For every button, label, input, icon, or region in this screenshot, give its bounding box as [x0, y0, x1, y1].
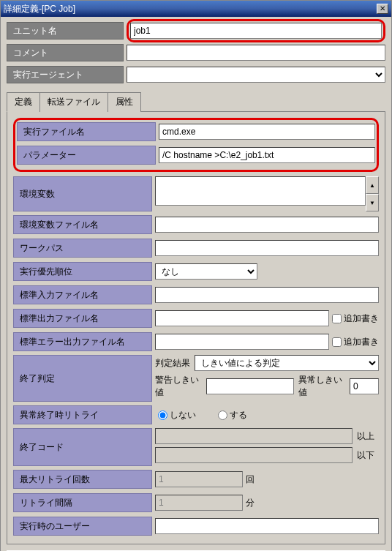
label-comment: コメント: [7, 44, 124, 61]
label-end-judge: 終了判定: [13, 355, 152, 402]
exit-code-from-input: [155, 428, 353, 444]
tab-container: 定義 転送ファイル 属性 実行ファイル名 パラメーター 環境変数: [7, 91, 385, 544]
stderr-file-input[interactable]: [155, 334, 329, 350]
scroll-up-icon[interactable]: ▲: [366, 176, 379, 194]
judge-result-select[interactable]: しきい値による判定: [195, 355, 379, 371]
tab-transfer-file[interactable]: 転送ファイル: [39, 92, 108, 112]
tab-strip: 定義 転送ファイル 属性: [7, 91, 385, 112]
stdout-append-label: 追加書き: [344, 312, 379, 325]
label-stderr-file: 標準エラー出力ファイル名: [13, 332, 152, 351]
stdout-file-input[interactable]: [155, 310, 329, 326]
retry-no-radio[interactable]: [158, 411, 167, 420]
close-icon[interactable]: ✕: [377, 4, 388, 14]
highlight-unit-name: [127, 19, 385, 42]
label-max-retry: 最大リトライ回数: [13, 470, 152, 489]
label-parameter: パラメーター: [17, 146, 156, 165]
label-retry-interval: リトライ間隔: [13, 493, 152, 512]
label-priority: 実行優先順位: [13, 262, 152, 281]
row-comment: コメント: [7, 43, 385, 62]
label-exit-code: 終了コード: [13, 428, 152, 466]
exit-code-to-input: [155, 447, 353, 463]
label-stdout-file: 標準出力ファイル名: [13, 309, 152, 328]
form-body: ユニット名 コメント 実行エージェント 定義 転送ファイル 属性 実行ファ: [1, 17, 391, 551]
parameter-input[interactable]: [159, 147, 375, 163]
label-exec-user: 実行時のユーザー: [13, 517, 152, 536]
row-agent: 実行エージェント: [7, 65, 385, 84]
dialog-window: 詳細定義-[PC Job] ✕ ユニット名 コメント 実行エージェント 定義 転…: [0, 0, 392, 551]
stderr-append-checkbox[interactable]: [332, 337, 342, 347]
comment-input[interactable]: [127, 45, 385, 61]
agent-select[interactable]: [127, 67, 385, 83]
label-retry-on-fail: 異常終了時リトライ: [13, 405, 152, 424]
tab-panel-definition: 実行ファイル名 パラメーター 環境変数 ▲ ▼: [7, 112, 385, 544]
label-agent: 実行エージェント: [7, 66, 124, 83]
work-path-input[interactable]: [155, 240, 379, 256]
label-exec-file: 実行ファイル名: [17, 122, 156, 141]
window-title: 詳細定義-[PC Job]: [4, 3, 75, 15]
max-retry-input: [155, 471, 243, 487]
label-work-path: ワークパス: [13, 239, 152, 258]
min-unit: 分: [246, 497, 268, 509]
below-label: 以下: [357, 449, 379, 462]
exec-file-input[interactable]: [159, 124, 375, 140]
label-abn-thresh: 異常しきい値: [298, 374, 345, 399]
scroll-down-icon[interactable]: ▼: [366, 194, 379, 211]
titlebar: 詳細定義-[PC Job] ✕: [1, 1, 391, 17]
retry-yes-label: する: [230, 409, 247, 421]
stderr-append-label: 追加書き: [344, 336, 379, 348]
env-var-textarea[interactable]: [155, 176, 366, 206]
retry-no-label: しない: [170, 409, 196, 421]
above-label: 以上: [357, 430, 379, 443]
stdout-append-checkbox[interactable]: [332, 314, 342, 323]
label-stdin-file: 標準入力ファイル名: [13, 285, 152, 304]
tab-definition[interactable]: 定義: [7, 92, 40, 112]
label-unit-name: ユニット名: [7, 22, 124, 40]
label-warn-thresh: 警告しきい値: [155, 374, 202, 399]
label-env-var: 環境変数: [13, 176, 152, 211]
warn-thresh-input[interactable]: [206, 378, 294, 394]
unit-name-input[interactable]: [130, 23, 382, 39]
tab-attributes[interactable]: 属性: [108, 92, 141, 112]
exec-user-input[interactable]: [155, 518, 379, 534]
retry-interval-input: [155, 495, 243, 511]
row-unit-name: ユニット名: [7, 21, 385, 40]
times-unit: 回: [246, 473, 268, 486]
retry-yes-radio[interactable]: [218, 411, 227, 420]
highlight-exec-params: 実行ファイル名 パラメーター: [13, 118, 379, 172]
row-env-var: 環境変数 ▲ ▼: [13, 176, 379, 211]
stdin-file-input[interactable]: [155, 287, 379, 303]
env-scroll: ▲ ▼: [366, 176, 379, 211]
priority-select[interactable]: なし: [155, 263, 257, 280]
label-env-var-file: 環境変数ファイル名: [13, 215, 152, 234]
env-var-file-input[interactable]: [155, 217, 379, 233]
label-judge-result: 判定結果: [155, 357, 190, 370]
abn-thresh-input[interactable]: [350, 378, 379, 394]
